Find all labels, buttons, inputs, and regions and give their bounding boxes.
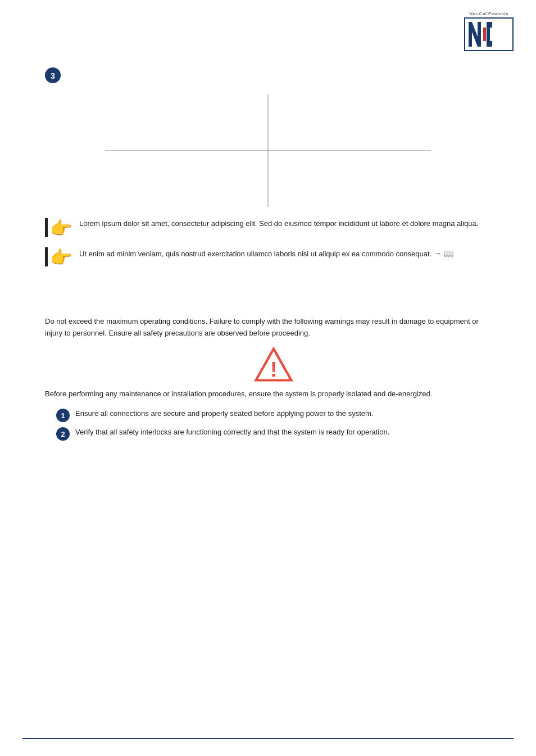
svg-text:!: ! — [270, 357, 277, 381]
svg-marker-1 — [469, 22, 481, 47]
section-header: 3 — [45, 67, 491, 83]
pointing-hand-icon-2: 👉 — [50, 248, 72, 266]
svg-rect-2 — [483, 28, 486, 41]
logo-brand-text: Nor-Cal Products — [469, 11, 508, 16]
note-block-2: 👉 Ut enim ad minim veniam, quis nostrud … — [45, 247, 491, 266]
caution-triangle-wrapper: ! — [56, 346, 491, 383]
step-circle-1: 1 — [56, 409, 70, 422]
cross-horizontal-line — [105, 151, 431, 151]
pointing-hand-icon-1: 👉 — [50, 219, 72, 237]
svg-rect-7 — [487, 22, 490, 47]
warning-body-1: Do not exceed the maximum operating cond… — [45, 316, 491, 339]
logo-svg — [466, 20, 511, 49]
step-item-2: 2 Verify that all safety interlocks are … — [56, 427, 491, 441]
steps-list: 1 Ensure all connections are secure and … — [56, 408, 491, 441]
note-block-1: 👉 Lorem ipsum dolor sit amet, consectetu… — [45, 218, 491, 237]
spacer-1 — [45, 277, 491, 299]
page-content: 3 👉 Lorem ipsum dolor sit amet, consecte… — [45, 67, 491, 441]
caution-triangle-icon: ! — [254, 346, 293, 383]
logo-area: Nor-Cal Products — [464, 11, 514, 51]
page-container: Nor-Cal Products 3 — [0, 0, 536, 756]
arrow-book-symbol: → 📖 — [434, 249, 453, 258]
section-number-badge: 3 — [45, 67, 61, 83]
note-text-1: Lorem ipsum dolor sit amet, consectetur … — [79, 218, 491, 230]
hand-icon-wrapper-1: 👉 — [45, 218, 72, 237]
step-text-2: Verify that all safety interlocks are fu… — [75, 427, 389, 438]
step-item-1: 1 Ensure all connections are secure and … — [56, 408, 491, 422]
note-content-1: Lorem ipsum dolor sit amet, consectetur … — [79, 219, 478, 228]
logo-box — [464, 17, 514, 51]
warning-body-2: Before performing any maintenance or ins… — [45, 388, 491, 400]
note-content-2: Ut enim ad minim veniam, quis nostrud ex… — [79, 250, 431, 258]
step-number-2: 2 — [61, 430, 65, 438]
note-text-2: Ut enim ad minim veniam, quis nostrud ex… — [79, 247, 491, 260]
cross-diagram — [105, 94, 431, 207]
step-text-1: Ensure all connections are secure and pr… — [75, 408, 373, 420]
section-number-text: 3 — [51, 71, 55, 80]
step-number-1: 1 — [61, 411, 65, 420]
step-circle-2: 2 — [56, 427, 70, 441]
warning-section: Do not exceed the maximum operating cond… — [45, 316, 491, 441]
bottom-border-line — [22, 738, 514, 739]
hand-icon-wrapper-2: 👉 — [45, 247, 72, 266]
